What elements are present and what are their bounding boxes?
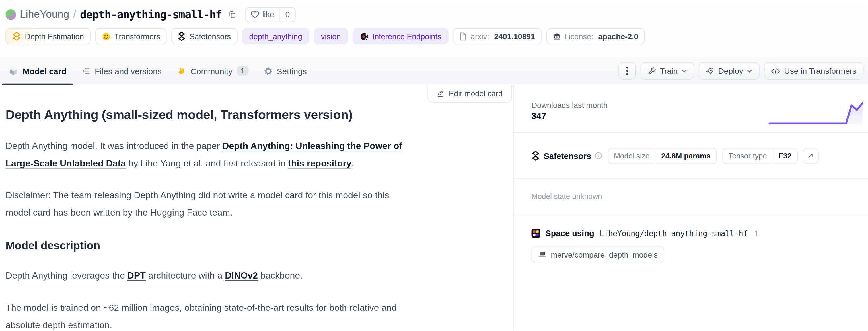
breadcrumb-separator: / (73, 8, 76, 21)
cube-icon (9, 66, 18, 76)
disclaimer-paragraph: Disclaimer: The team releasing Depth Any… (5, 187, 406, 221)
paper-icon (460, 32, 467, 41)
chevron-down-icon (747, 69, 752, 73)
dpt-link[interactable]: DPT (127, 270, 146, 280)
downloads-sparkline-chart (768, 100, 864, 126)
model-size-value: 24.8M params (655, 148, 716, 163)
like-widget: like 0 (245, 7, 296, 22)
inference-endpoints-icon (360, 32, 369, 41)
layers-icon (12, 32, 21, 41)
train-button[interactable]: Train (640, 62, 694, 80)
model-card-body: Depth Anything (small-sized model, Trans… (5, 107, 406, 331)
chevron-down-icon (682, 69, 687, 73)
kebab-icon (626, 66, 628, 75)
tab-model-card[interactable]: Model card (1, 57, 74, 85)
tag-arxiv[interactable]: arxiv:2401.10891 (453, 28, 541, 44)
dinov2-link[interactable]: DINOv2 (225, 270, 258, 280)
tag-license[interactable]: License:apache-2.0 (546, 28, 645, 44)
model-page: LiheYoung / depth-anything-small-hf like… (0, 0, 868, 331)
model-card-title: Depth Anything (small-sized model, Trans… (5, 107, 406, 122)
more-options-button[interactable] (618, 62, 636, 80)
tag-vision[interactable]: vision (314, 28, 348, 44)
tensor-type-label: Tensor type (723, 148, 773, 163)
tag-inference-endpoints[interactable]: Inference Endpoints (352, 28, 448, 44)
space-using-label: Space using (545, 228, 594, 238)
file-tree-icon (82, 67, 90, 75)
deploy-button[interactable]: Deploy (699, 62, 760, 80)
hf-face-icon (102, 32, 111, 41)
tag-depth-anything[interactable]: depth_anything (242, 28, 309, 44)
code-icon (771, 67, 780, 74)
repository-link[interactable]: this repository (288, 158, 351, 168)
space-link[interactable]: merve/compare_depth_models (531, 246, 664, 263)
info-icon[interactable] (594, 152, 602, 160)
community-count-badge: 1 (237, 66, 248, 76)
model-name: depth-anything-small-hf (80, 8, 222, 21)
model-card-main: Edit model card Depth Anything (small-si… (0, 85, 514, 331)
tag-safetensors[interactable]: Safetensors (171, 28, 238, 44)
model-sidebar: Downloads last month 347 (514, 85, 868, 331)
pencil-icon (437, 90, 444, 98)
breadcrumb: LiheYoung / depth-anything-small-hf like… (5, 0, 863, 22)
tab-files-and-versions[interactable]: Files and versions (74, 57, 169, 85)
safetensors-icon (531, 151, 539, 161)
model-description-heading: Model description (5, 239, 406, 252)
model-state-section: Model state unknown (514, 179, 868, 214)
wrench-icon (647, 67, 656, 75)
community-hand-icon (177, 66, 186, 75)
owner-avatar[interactable] (5, 9, 16, 20)
safetensors-icon (178, 32, 186, 41)
spaces-section: Space using LiheYoung/depth-anything-sma… (514, 215, 868, 263)
intro-paragraph: Depth Anything model. It was introduced … (5, 137, 406, 172)
copy-icon[interactable] (228, 10, 236, 19)
model-size-pill: Model size 24.8M params (608, 147, 717, 164)
model-size-label: Model size (608, 148, 655, 163)
model-state-text: Model state unknown (531, 192, 602, 200)
tag-list: Depth Estimation Transformers Safetensor… (5, 28, 863, 44)
spaces-grid-icon (531, 228, 540, 237)
downloads-section: Downloads last month 347 (514, 85, 868, 133)
tabs: Model card Files and versions Community … (1, 57, 314, 85)
safetensors-expand-button[interactable] (803, 147, 818, 164)
external-arrow-icon (807, 153, 814, 159)
edit-model-card-button[interactable]: Edit model card (427, 85, 512, 103)
space-count: 1 (754, 228, 759, 237)
page-header: LiheYoung / depth-anything-small-hf like… (0, 0, 868, 85)
heart-icon (250, 10, 259, 18)
safetensors-title[interactable]: Safetensors (544, 151, 591, 160)
tensor-type-pill: Tensor type F32 (722, 147, 798, 164)
owner-link[interactable]: LiheYoung (20, 8, 69, 21)
use-in-transformers-button[interactable]: Use in Transformers (764, 62, 863, 80)
tensor-type-value: F32 (772, 148, 797, 163)
like-button[interactable]: like (246, 7, 279, 21)
tag-depth-estimation[interactable]: Depth Estimation (5, 28, 91, 44)
description-paragraph: Depth Anything leverages the DPT archite… (5, 267, 406, 284)
tab-settings[interactable]: Settings (256, 57, 314, 85)
tab-bar: Model card Files and versions Community … (0, 57, 868, 85)
header-actions: Train Deploy (618, 62, 863, 80)
tab-community[interactable]: Community 1 (169, 57, 256, 85)
safetensors-section: Safetensors Model size 24.8M params Tens… (514, 133, 868, 179)
like-count[interactable]: 0 (279, 7, 296, 21)
tag-transformers[interactable]: Transformers (95, 28, 167, 44)
content: Edit model card Depth Anything (small-si… (0, 85, 868, 331)
rocket-icon (706, 67, 714, 75)
training-paragraph: The model is trained on ~62 million imag… (5, 299, 406, 331)
space-using-row: Space using LiheYoung/depth-anything-sma… (531, 228, 863, 238)
laptop-icon (538, 251, 547, 258)
license-bank-icon (553, 32, 560, 40)
gear-icon (264, 67, 272, 75)
like-label: like (262, 10, 274, 19)
space-using-model: LiheYoung/depth-anything-small-hf (599, 228, 748, 237)
